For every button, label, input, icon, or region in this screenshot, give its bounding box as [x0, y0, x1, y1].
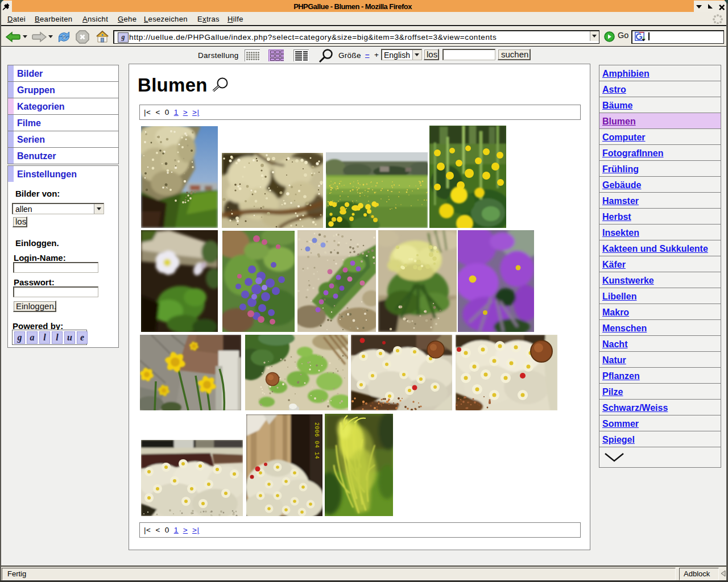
- svg-text:2006 04 14: 2006 04 14: [313, 422, 320, 459]
